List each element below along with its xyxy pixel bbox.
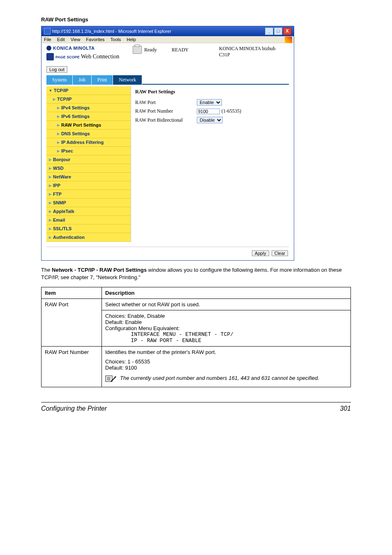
menu-edit[interactable]: Edit — [57, 37, 65, 42]
row2-desc: Identifies the number of the printer's R… — [102, 347, 351, 387]
triangle-icon: ▶ — [49, 201, 51, 205]
triangle-icon: ▶ — [57, 132, 60, 136]
triangle-icon: ▶ — [49, 184, 51, 187]
brand-logo-icon — [46, 46, 51, 51]
pane-heading: RAW Port Settings — [135, 89, 286, 95]
triangle-icon: ▶ — [49, 227, 51, 231]
ie-title: http://192.168.1.2/a_index.html - Micros… — [52, 29, 171, 34]
triangle-icon: ▶ — [49, 236, 51, 239]
pagescope-icon — [46, 53, 54, 60]
printer-icon — [133, 46, 142, 54]
triangle-icon: ▶ — [57, 106, 60, 110]
svg-line-4 — [111, 377, 116, 382]
triangle-icon: ▶ — [57, 149, 60, 153]
clear-button[interactable]: Clear — [272, 250, 288, 256]
divider — [46, 247, 289, 247]
menu-favorites[interactable]: Favorites — [86, 37, 104, 42]
triangle-icon: ▶ — [49, 210, 51, 213]
sidebar: ▼TCP/IP ▶TCP/IP ▶IPv4 Settings ▶IPv6 Set… — [46, 86, 131, 242]
sidebar-item-appletalk[interactable]: ▶AppleTalk — [46, 207, 131, 216]
logout-button[interactable]: Log out — [46, 66, 67, 73]
sidebar-item-ipv4[interactable]: ▶IPv4 Settings — [46, 104, 131, 112]
menu-tools[interactable]: Tools — [111, 37, 121, 42]
sidebar-item-snmp[interactable]: ▶SNMP — [46, 199, 131, 207]
th-item: Item — [42, 287, 102, 299]
tab-job[interactable]: Job — [73, 75, 92, 85]
description-paragraph: The Network - TCP/IP - RAW Port Settings… — [41, 266, 351, 281]
nav-tabs: System Job Print Network — [46, 75, 289, 85]
description-table: Item Description RAW Port Select whether… — [41, 287, 351, 387]
window-maximize-button[interactable]: □ — [274, 28, 282, 35]
triangle-icon: ▶ — [49, 166, 51, 170]
rawport-bidir-label: RAW Port Bidirectional — [135, 117, 197, 123]
sidebar-item-dns[interactable]: ▶DNS Settings — [46, 130, 131, 138]
footer-page-number: 301 — [340, 405, 351, 412]
content-pane: RAW Port Settings RAW Port Enable RAW Po… — [131, 86, 289, 242]
sidebar-item-ipv6[interactable]: ▶IPv6 Settings — [46, 112, 131, 121]
row1-desc2: Choices: Enable, Disable Default: Enable… — [102, 310, 351, 347]
triangle-icon: ▶ — [49, 175, 51, 179]
sidebar-item-rawport[interactable]: ▶RAW Port Settings — [46, 121, 131, 130]
model-line1: KONICA MINOLTA bizhub — [219, 46, 289, 52]
note-text: The currently used port number and numbe… — [120, 375, 347, 381]
model-line2: C31P — [219, 52, 289, 58]
tab-print[interactable]: Print — [92, 75, 113, 85]
pagescope-small: PAGE SCOPE — [55, 55, 80, 59]
window-minimize-button[interactable]: _ — [265, 28, 273, 35]
pagescope-text: Web Connection — [81, 53, 119, 60]
tab-system[interactable]: System — [46, 75, 73, 85]
ie-window: http://192.168.1.2/a_index.html - Micros… — [41, 26, 294, 261]
menu-help[interactable]: Help — [127, 37, 136, 42]
triangle-icon: ▶ — [49, 158, 51, 162]
sidebar-item-email[interactable]: ▶Email — [46, 216, 131, 224]
ie-menubar: File Edit View Favorites Tools Help — [42, 36, 294, 43]
sidebar-item-ipfilter[interactable]: ▶IP Address Filtering — [46, 138, 131, 147]
triangle-icon: ▶ — [49, 192, 51, 196]
triangle-icon: ▶ — [57, 123, 60, 127]
note-icon — [105, 375, 117, 384]
sidebar-item-netware[interactable]: ▶NetWare — [46, 173, 131, 181]
triangle-icon: ▶ — [57, 141, 60, 144]
apply-button[interactable]: Apply — [252, 250, 269, 256]
triangle-icon: ▶ — [57, 115, 60, 118]
row2-item: RAW Port Number — [42, 347, 102, 387]
tab-network[interactable]: Network — [113, 75, 142, 85]
menu-view[interactable]: View — [71, 37, 81, 42]
row1-item: RAW Port — [42, 299, 102, 347]
sidebar-item-ipp[interactable]: ▶IPP — [46, 181, 131, 190]
rawport-number-input[interactable] — [197, 109, 220, 114]
window-close-button[interactable]: X — [283, 28, 291, 35]
ie-favicon — [44, 28, 51, 35]
sidebar-item-ftp[interactable]: ▶FTP — [46, 190, 131, 199]
rawport-number-label: RAW Port Number — [135, 108, 197, 114]
row1-desc1: Select whether or not RAW port is used. — [102, 299, 351, 310]
brand-logo: KONICA MINOLTA — [46, 46, 133, 51]
th-description: Description — [102, 287, 351, 299]
chevron-down-icon: ▼ — [49, 89, 52, 92]
sidebar-item-auth[interactable]: ▶Authentication — [46, 233, 131, 242]
brand-text: KONICA MINOLTA — [53, 46, 95, 51]
status-label: Ready — [144, 47, 157, 53]
rawport-label: RAW Port — [135, 99, 197, 106]
sidebar-item-tcpip-root[interactable]: ▼TCP/IP — [46, 86, 131, 95]
triangle-icon: ▶ — [49, 218, 51, 222]
section-title: RAW Port Settings — [41, 16, 351, 23]
sidebar-item-wsd[interactable]: ▶WSD — [46, 164, 131, 173]
ie-throbber-icon — [285, 37, 292, 43]
menu-file[interactable]: File — [44, 37, 51, 42]
rawport-bidir-select[interactable]: Disable — [197, 117, 223, 123]
rawport-select[interactable]: Enable — [197, 99, 222, 106]
sidebar-item-bonjour[interactable]: ▶Bonjour — [46, 155, 131, 164]
ie-titlebar: http://192.168.1.2/a_index.html - Micros… — [42, 26, 294, 36]
sidebar-item-tcpip[interactable]: ▶TCP/IP — [46, 95, 131, 104]
rawport-number-range: (1-65535) — [221, 108, 241, 114]
sidebar-item-ssltls[interactable]: ▶SSL/TLS — [46, 224, 131, 233]
status-value: READY — [172, 47, 189, 53]
sidebar-item-ipsec[interactable]: ▶IPsec — [46, 147, 131, 155]
footer-left: Configuring the Printer — [41, 405, 107, 412]
triangle-icon: ▶ — [53, 97, 55, 101]
page-footer: Configuring the Printer 301 — [41, 402, 351, 412]
